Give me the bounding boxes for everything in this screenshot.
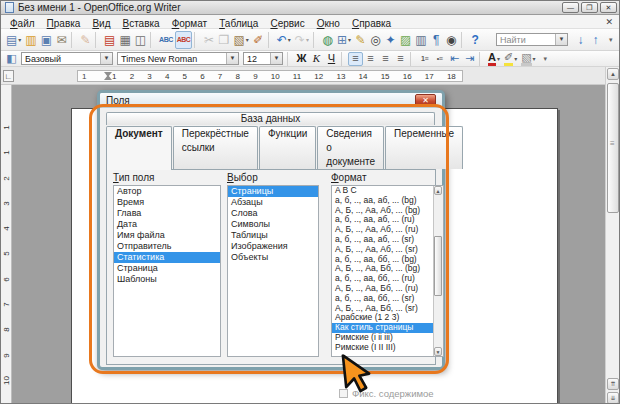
- numbered-list-button[interactable]: 1≡▾: [417, 52, 432, 66]
- previous-page-button[interactable]: ⇈: [607, 378, 619, 390]
- open-button[interactable]: ▥▾: [23, 31, 38, 49]
- menu-file[interactable]: Файл: [4, 17, 41, 30]
- indent-marker[interactable]: [104, 75, 112, 80]
- selection-listbox[interactable]: СтраницыАбзацыСловаСимволыТаблицыИзображ…: [227, 185, 319, 357]
- italic-button[interactable]: К▾: [309, 52, 324, 66]
- minimize-button[interactable]: —: [562, 2, 579, 13]
- tab-type-selector[interactable]: ∟: [3, 70, 14, 82]
- chevron-down-icon[interactable]: ▼: [100, 53, 112, 64]
- spellcheck-button[interactable]: ABC▾: [157, 31, 175, 49]
- scroll-up-icon[interactable]: ▲: [607, 68, 619, 80]
- chevron-down-icon[interactable]: ▾: [18, 36, 21, 43]
- chevron-down-icon[interactable]: ▾: [288, 36, 291, 43]
- selection-item[interactable]: Таблицы: [228, 230, 318, 241]
- tab-document[interactable]: Документ: [106, 126, 172, 170]
- menu-format[interactable]: Формат: [166, 17, 214, 30]
- field-type-item[interactable]: Шаблоны: [114, 274, 220, 285]
- format-toolbar-options-button[interactable]: ▾▾: [538, 52, 553, 66]
- help-button[interactable]: ?▾: [468, 31, 483, 49]
- chevron-down-icon[interactable]: ▾: [514, 55, 517, 62]
- field-type-item[interactable]: Время: [114, 197, 220, 208]
- tab-functions[interactable]: Функции: [259, 126, 316, 169]
- scroll-up-icon[interactable]: ▲: [434, 186, 442, 195]
- selection-item[interactable]: Объекты: [228, 252, 318, 263]
- field-type-item[interactable]: Статистика: [114, 252, 220, 263]
- dialog-titlebar[interactable]: Поля ✕: [100, 93, 442, 108]
- vertical-ruler[interactable]: 112345678910: [1, 85, 12, 404]
- find-toolbar-options-button[interactable]: ▾▾: [603, 31, 618, 49]
- styles-panel-button[interactable]: ◧▾: [4, 52, 19, 66]
- tab-database[interactable]: База данных: [106, 112, 435, 125]
- chevron-down-icon[interactable]: ▾: [497, 55, 500, 62]
- next-page-button[interactable]: ⇊: [607, 392, 619, 404]
- format-toolbar-button[interactable]: ▾: [287, 52, 292, 66]
- new-document-button[interactable]: ▤▾: [4, 31, 23, 49]
- find-previous-button[interactable]: ↑▾: [588, 31, 603, 49]
- toolbar-button[interactable]: ▾: [268, 32, 273, 48]
- format-paintbrush-button[interactable]: ✐▾: [251, 31, 266, 49]
- font-size-combo[interactable]: 12 ▼: [243, 52, 283, 65]
- chevron-down-icon[interactable]: ▼: [555, 34, 567, 45]
- menu-view[interactable]: Вид: [86, 17, 116, 30]
- undo-button[interactable]: ↶▾: [275, 31, 293, 49]
- chevron-down-icon[interactable]: ▼: [226, 53, 238, 64]
- menu-tools[interactable]: Сервис: [264, 17, 310, 30]
- chevron-down-icon[interactable]: ▾: [246, 36, 249, 43]
- toolbar-button[interactable]: ▾: [194, 32, 199, 48]
- align-justify-button[interactable]: ≡▾: [393, 52, 408, 66]
- navigator-button[interactable]: ✦▾: [383, 31, 398, 49]
- selection-item[interactable]: Абзацы: [228, 197, 318, 208]
- font-color-button[interactable]: A▾: [486, 52, 502, 66]
- format-toolbar-button[interactable]: ▾: [479, 52, 484, 66]
- menu-insert[interactable]: Вставка: [116, 17, 165, 30]
- horizontal-ruler[interactable]: 1 123456789101112131415161718: [77, 70, 463, 82]
- field-type-item[interactable]: Глава: [114, 208, 220, 219]
- field-type-item[interactable]: Отправитель: [114, 241, 220, 252]
- find-input[interactable]: Найти ▼: [496, 33, 568, 46]
- selection-item[interactable]: Изображения: [228, 241, 318, 252]
- table-button[interactable]: ⊞▾: [335, 31, 353, 49]
- format-listbox[interactable]: A B Cа, б, .., аа, аб, ... (bg)А, Б, ..,…: [331, 185, 444, 357]
- format-list-scrollbar[interactable]: ▲ ▼: [433, 186, 443, 356]
- selection-item[interactable]: Символы: [228, 219, 318, 230]
- page-preview-button[interactable]: ◫▾: [133, 31, 148, 49]
- field-type-item[interactable]: Автор: [114, 186, 220, 197]
- toolbar-button[interactable]: ▾: [95, 32, 100, 48]
- menu-edit[interactable]: Правка: [41, 17, 87, 30]
- close-document-icon[interactable]: ✕: [600, 17, 618, 27]
- scroll-down-icon[interactable]: ▼: [434, 347, 442, 356]
- field-type-item[interactable]: Дата: [114, 219, 220, 230]
- export-pdf-button[interactable]: ▤▾: [102, 31, 117, 49]
- underline-button[interactable]: Ч▾: [324, 52, 339, 66]
- find-next-button[interactable]: ↓▾: [573, 31, 588, 49]
- scrollbar-thumb[interactable]: [434, 236, 442, 296]
- restore-button[interactable]: ❐: [581, 2, 598, 13]
- menu-help[interactable]: Справка: [346, 17, 397, 30]
- draw-functions-button[interactable]: ✎▾: [353, 31, 368, 49]
- toolbar-button[interactable]: ▾: [150, 32, 155, 48]
- data-sources-button[interactable]: ▥▾: [413, 31, 428, 49]
- tab-variables[interactable]: Переменные: [385, 126, 463, 169]
- bold-button[interactable]: Ж▾: [294, 52, 309, 66]
- tab-docinformation[interactable]: Сведения о документе: [317, 126, 384, 169]
- background-color-button[interactable]: ▧▾: [519, 52, 537, 66]
- format-item[interactable]: Римские (I II III): [332, 343, 433, 353]
- chevron-down-icon[interactable]: ▾: [306, 36, 309, 43]
- autospellcheck-button[interactable]: ABC▾: [175, 31, 193, 49]
- paste-button[interactable]: ▧▾: [231, 31, 250, 49]
- toolbar-button[interactable]: ▾: [313, 32, 318, 48]
- find-replace-button[interactable]: ◎▾: [368, 31, 383, 49]
- zoom-button[interactable]: ◉▾: [444, 31, 459, 49]
- align-left-button[interactable]: ≡▾: [348, 52, 363, 66]
- highlight-button[interactable]: ✐▾: [502, 52, 519, 66]
- selection-item[interactable]: Страницы: [228, 186, 318, 197]
- save-button[interactable]: ▣▾: [39, 31, 54, 49]
- menu-window[interactable]: Окно: [311, 17, 346, 30]
- menu-table[interactable]: Таблица: [213, 17, 264, 30]
- format-toolbar-button[interactable]: ▾: [341, 52, 346, 66]
- format-toolbar-button[interactable]: ▾: [410, 52, 415, 66]
- align-right-button[interactable]: ≡▾: [378, 52, 393, 66]
- print-button[interactable]: ▦▾: [117, 31, 132, 49]
- paragraph-style-combo[interactable]: Базовый ▼: [21, 52, 113, 65]
- field-type-item[interactable]: Страница: [114, 263, 220, 274]
